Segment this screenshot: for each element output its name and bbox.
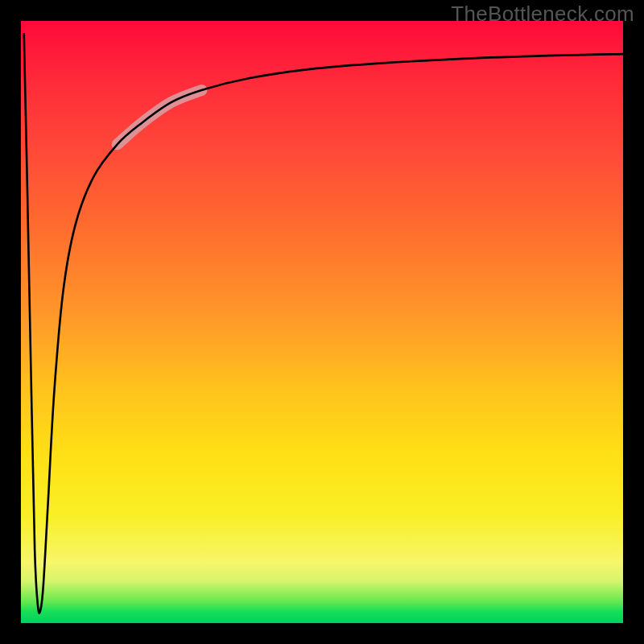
highlight-segment [118, 90, 202, 144]
watermark-text: TheBottleneck.com [451, 2, 634, 27]
chart-frame: TheBottleneck.com [0, 0, 644, 644]
plot-area [21, 21, 623, 623]
curve-svg [21, 21, 623, 623]
curve-line [24, 33, 623, 613]
